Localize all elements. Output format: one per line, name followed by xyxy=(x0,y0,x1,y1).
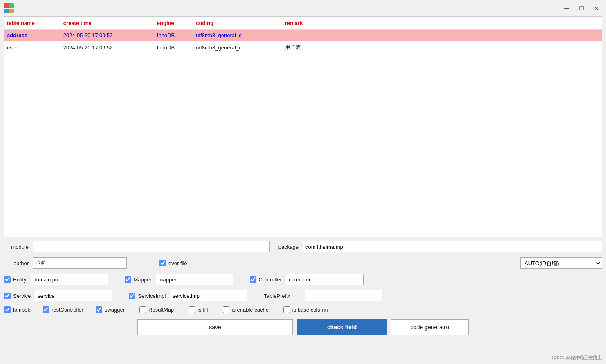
title-bar-controls: ─ □ ✕ xyxy=(561,2,602,14)
entity-label: Entity xyxy=(13,277,27,283)
controller-checkbox-group: Controller xyxy=(250,276,282,283)
form-area: module package author over file AUTO(ID自… xyxy=(4,237,602,360)
over-file-checkbox[interactable] xyxy=(159,260,166,266)
isenablecache-checkbox-group: is enable cache xyxy=(223,306,269,313)
restcontroller-checkbox-group: restController xyxy=(43,306,83,313)
package-input[interactable] xyxy=(303,241,602,252)
serviceimpl-input[interactable] xyxy=(170,290,247,301)
cell-tablename: user xyxy=(4,41,61,54)
col-tablename[interactable]: table name xyxy=(4,17,61,30)
cell-remark xyxy=(283,30,602,41)
col-coding[interactable]: coding xyxy=(193,17,283,30)
data-table: table name create time engine coding rem… xyxy=(4,17,602,54)
swagger-checkbox-group: swagger xyxy=(96,306,125,313)
table-row[interactable]: address2024-05-20 17:09:52InnoDButf8mb3_… xyxy=(4,30,602,41)
isbasecolumn-checkbox[interactable] xyxy=(283,306,290,313)
author-input[interactable] xyxy=(33,257,127,269)
lombok-checkbox-group: lombok xyxy=(4,306,30,313)
minimize-button[interactable]: ─ xyxy=(561,2,572,14)
controller-label: Controller xyxy=(259,277,282,283)
restcontroller-label: restController xyxy=(52,307,83,313)
tableprefix-input[interactable] xyxy=(305,290,382,301)
content-area: table name create time engine coding rem… xyxy=(0,16,606,364)
form-row-entity-mapper-controller: Entity Mapper Controller xyxy=(4,274,602,285)
service-checkbox-group: Service xyxy=(4,293,31,299)
author-label: author xyxy=(4,260,29,266)
swagger-checkbox[interactable] xyxy=(96,306,102,313)
over-file-label: over file xyxy=(168,260,187,266)
cell-createtime: 2024-05-20 17:09:52 xyxy=(61,30,155,41)
col-engine[interactable]: engine xyxy=(155,17,194,30)
maximize-button[interactable]: □ xyxy=(576,2,587,14)
isbasecolumn-checkbox-group: is base column xyxy=(283,306,328,313)
package-label: package xyxy=(274,244,299,250)
controller-checkbox[interactable] xyxy=(250,276,256,283)
resultmap-checkbox[interactable] xyxy=(139,306,146,313)
restcontroller-checkbox[interactable] xyxy=(43,306,49,313)
cell-tablename: address xyxy=(4,30,61,41)
service-checkbox[interactable] xyxy=(4,293,11,299)
auto-id-select[interactable]: AUTO(ID自增)ASSIGN_IDASSIGN_UUID xyxy=(520,257,602,269)
module-label: module xyxy=(4,244,29,250)
mapper-checkbox-group: Mapper xyxy=(125,276,152,283)
controller-input[interactable] xyxy=(286,274,364,285)
serviceimpl-label: ServiceImpl xyxy=(138,293,166,299)
swagger-label: swagger xyxy=(105,307,125,313)
form-row-author: author over file AUTO(ID自增)ASSIGN_IDASSI… xyxy=(4,257,602,269)
serviceimpl-checkbox-group: ServiceImpl xyxy=(129,293,166,299)
isfill-checkbox-group: is fill xyxy=(189,306,208,313)
form-row-service-serviceimpl-tableprefix: Service ServiceImpl TablePrefix xyxy=(4,290,602,301)
cell-createtime: 2024-05-20 17:09:52 xyxy=(61,41,155,54)
form-row-options: lombok restController swagger ResultMap xyxy=(4,306,602,313)
app-icon xyxy=(4,3,14,13)
resultmap-checkbox-group: ResultMap xyxy=(139,306,174,313)
watermark: CSDN @程序喵正在路上 xyxy=(552,355,602,361)
isenablecache-label: is enable cache xyxy=(232,307,269,313)
cell-engine: InnoDB xyxy=(155,41,194,54)
isenablecache-checkbox[interactable] xyxy=(223,306,229,313)
service-label: Service xyxy=(13,293,31,299)
mapper-label: Mapper xyxy=(134,277,152,283)
service-input[interactable] xyxy=(35,290,112,301)
col-createtime[interactable]: create time xyxy=(61,17,155,30)
entity-checkbox-group: Entity xyxy=(4,276,27,283)
isbasecolumn-label: is base column xyxy=(292,307,328,313)
entity-checkbox[interactable] xyxy=(4,276,11,283)
table-container: table name create time engine coding rem… xyxy=(4,16,602,237)
isfill-label: is fill xyxy=(198,307,208,313)
lombok-checkbox[interactable] xyxy=(4,306,11,313)
entity-input[interactable] xyxy=(31,274,108,285)
save-button[interactable]: save xyxy=(137,319,293,335)
main-window: ─ □ ✕ table name create time engine codi… xyxy=(0,0,606,364)
cell-coding: utf8mb3_general_ci xyxy=(193,41,283,54)
module-input[interactable] xyxy=(33,241,270,252)
over-file-checkbox-group: over file xyxy=(159,260,187,266)
col-remark[interactable]: remark xyxy=(283,17,602,30)
tableprefix-label: TablePrefix xyxy=(264,293,301,299)
title-bar: ─ □ ✕ xyxy=(0,0,606,16)
lombok-label: lombok xyxy=(13,307,30,313)
mapper-checkbox[interactable] xyxy=(125,276,131,283)
code-generator-button[interactable]: code generatro xyxy=(391,319,469,335)
cell-engine: InnoDB xyxy=(155,30,194,41)
table-row[interactable]: user2024-05-20 17:09:52InnoDButf8mb3_gen… xyxy=(4,41,602,54)
resultmap-label: ResultMap xyxy=(148,307,174,313)
button-row: save check field code generatro xyxy=(4,319,602,335)
mapper-input[interactable] xyxy=(156,274,233,285)
check-field-button[interactable]: check field xyxy=(297,319,387,335)
cell-coding: utf8mb3_general_ci xyxy=(193,30,283,41)
close-button[interactable]: ✕ xyxy=(590,2,602,14)
serviceimpl-checkbox[interactable] xyxy=(129,293,135,299)
cell-remark: 用户表 xyxy=(283,41,602,54)
form-row-module-package: module package xyxy=(4,241,602,252)
isfill-checkbox[interactable] xyxy=(189,306,195,313)
